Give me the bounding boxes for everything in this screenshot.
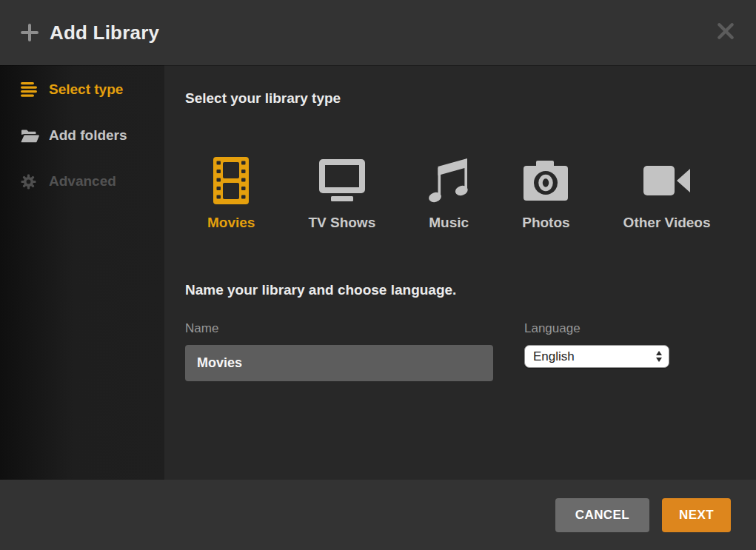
- language-field-group: Language English: [524, 321, 669, 381]
- sidebar-item-label: Select type: [49, 81, 123, 98]
- library-name-input[interactable]: [185, 345, 493, 381]
- camera-icon: [523, 156, 568, 205]
- type-item-movies[interactable]: Movies: [207, 156, 255, 231]
- film-icon: [213, 156, 249, 205]
- close-icon: [716, 21, 735, 41]
- language-select[interactable]: English: [524, 345, 669, 368]
- folder-open-icon: [21, 129, 40, 143]
- language-label: Language: [524, 321, 669, 336]
- next-button[interactable]: NEXT: [662, 498, 731, 532]
- music-note-icon: [429, 156, 469, 205]
- language-selected-value: English: [533, 349, 575, 364]
- type-label: TV Shows: [308, 215, 375, 231]
- add-library-dialog: Add Library: [0, 0, 756, 550]
- name-label: Name: [185, 321, 493, 336]
- gear-icon: [21, 174, 40, 190]
- type-label: Photos: [522, 215, 569, 231]
- dialog-body: Select type Add folders: [0, 65, 756, 480]
- cancel-button[interactable]: CANCEL: [555, 498, 649, 532]
- dialog-footer: CANCEL NEXT: [0, 480, 756, 550]
- type-item-music[interactable]: Music: [429, 156, 469, 231]
- sidebar-item-add-folders[interactable]: Add folders: [0, 126, 164, 145]
- tv-icon: [318, 156, 366, 205]
- library-type-list: Movies TV Shows: [207, 156, 756, 231]
- dialog-header: Add Library: [0, 0, 756, 65]
- type-label: Movies: [207, 215, 255, 231]
- type-item-other-videos[interactable]: Other Videos: [623, 156, 711, 231]
- select-arrows-icon: [656, 351, 662, 362]
- close-button[interactable]: [716, 21, 735, 41]
- type-label: Music: [429, 215, 469, 231]
- dialog-title: Add Library: [50, 21, 159, 44]
- type-item-photos[interactable]: Photos: [522, 156, 569, 231]
- steps-sidebar: Select type Add folders: [0, 65, 164, 480]
- plus-icon: [21, 24, 39, 41]
- list-icon: [21, 82, 40, 97]
- type-label: Other Videos: [623, 215, 711, 231]
- sidebar-item-select-type[interactable]: Select type: [0, 80, 164, 99]
- type-item-tv-shows[interactable]: TV Shows: [308, 156, 375, 231]
- sidebar-item-label: Add folders: [49, 127, 127, 144]
- select-type-panel: Select your library type: [164, 65, 756, 480]
- sidebar-item-advanced: Advanced: [0, 172, 164, 191]
- video-camera-icon: [643, 156, 691, 205]
- name-language-heading: Name your library and choose language.: [185, 281, 756, 299]
- sidebar-item-label: Advanced: [49, 173, 116, 190]
- library-type-heading: Select your library type: [185, 90, 756, 107]
- name-field-group: Name: [185, 321, 493, 381]
- name-language-form: Name Language English: [185, 321, 756, 381]
